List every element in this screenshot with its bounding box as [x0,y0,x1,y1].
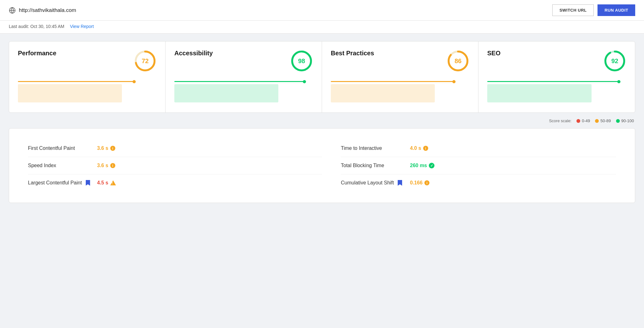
metric-row-tti: Time to Interactive 4.0 s i [341,140,616,157]
scale-range-green: 90-100 [621,118,634,123]
metric-name-tbt: Total Blocking Time [341,163,410,168]
seo-score-circle: 92 [603,50,626,72]
performance-score-circle: 72 [134,50,156,72]
metric-row-cls: Cumulative Layout Shift 0.166 i [341,174,616,191]
run-audit-button[interactable]: RUN AUDIT [598,4,635,16]
score-card-performance: Performance 72 [9,41,166,112]
metric-row-lcp: Largest Contentful Paint 4.5 s [28,174,322,191]
metrics-right-column: Time to Interactive 4.0 s i Total Blocki… [322,140,616,191]
globe-icon [9,7,16,14]
seo-title: SEO [487,50,500,57]
performance-score-value: 72 [142,57,149,65]
score-card-header-bp: Best Practices 86 [331,50,469,72]
scale-item-orange: 50-89 [595,118,611,123]
info-icon-cls[interactable]: i [424,180,429,185]
metric-row-tbt: Total Blocking Time 260 ms ✓ [341,157,616,174]
metrics-panel: First Contentful Paint 3.6 s i Speed Ind… [9,128,635,203]
top-bar: http://sathvikaithala.com SWITCH URL RUN… [0,0,644,21]
seo-chart [487,81,626,106]
metric-row-si: Speed Index 3.6 s i [28,157,322,174]
info-icon-tti[interactable]: i [423,146,428,151]
metric-value-lcp: 4.5 s [97,180,116,186]
warning-icon-lcp [110,180,116,185]
score-card-header-acc: Accessibility 98 [174,50,313,72]
best-practices-score-value: 86 [455,57,461,65]
accessibility-chart [174,81,313,106]
metric-value-cls: 0.166 i [410,180,429,186]
bookmark-icon-lcp [86,180,90,186]
check-icon-tbt: ✓ [429,163,434,168]
score-card-header: Performance 72 [18,50,156,72]
switch-url-button[interactable]: SWITCH URL [552,4,594,16]
score-card-accessibility: Accessibility 98 [166,41,322,112]
seo-score-value: 92 [611,57,618,65]
scale-item-green: 90-100 [616,118,634,123]
performance-title: Performance [18,50,56,57]
best-practices-title: Best Practices [331,50,374,57]
scale-range-orange: 50-89 [600,118,611,123]
last-audit-text: Last audit: Oct 30, 10:45 AM [9,24,64,29]
metric-name-si: Speed Index [28,163,97,168]
subtitle-bar: Last audit: Oct 30, 10:45 AM View Report [0,21,644,34]
metric-name-tti: Time to Interactive [341,145,410,151]
url-display: http://sathvikaithala.com [19,7,76,14]
metric-name-fcp: First Contentful Paint [28,145,97,151]
score-cards: Performance 72 [9,41,635,113]
bookmark-icon-cls [398,180,402,186]
score-card-header-seo: SEO 92 [487,50,626,72]
scale-item-red: 0-49 [576,118,590,123]
scale-dot-green [616,119,620,123]
metric-value-si: 3.6 s i [97,163,115,168]
metrics-grid: First Contentful Paint 3.6 s i Speed Ind… [28,140,616,191]
top-buttons: SWITCH URL RUN AUDIT [552,4,635,16]
info-icon-fcp[interactable]: i [110,146,115,151]
main-content: Performance 72 [0,34,644,210]
metric-value-fcp: 3.6 s i [97,145,115,151]
metric-row-fcp: First Contentful Paint 3.6 s i [28,140,322,157]
metric-name-lcp: Largest Contentful Paint [28,180,97,186]
metric-value-tbt: 260 ms ✓ [410,163,434,168]
scale-dot-orange [595,119,599,123]
scale-range-red: 0-49 [582,118,590,123]
performance-chart [18,81,156,106]
accessibility-title: Accessibility [174,50,213,57]
view-report-link[interactable]: View Report [70,24,94,29]
best-practices-chart [331,81,469,106]
metric-value-tti: 4.0 s i [410,145,428,151]
score-card-best-practices: Best Practices 86 [322,41,478,112]
info-icon-si[interactable]: i [110,163,115,168]
accessibility-score-value: 98 [298,57,305,65]
score-card-seo: SEO 92 [478,41,635,112]
score-scale: Score scale: 0-49 50-89 90-100 [9,118,635,123]
best-practices-score-circle: 86 [447,50,469,72]
accessibility-score-circle: 98 [290,50,313,72]
url-section: http://sathvikaithala.com [9,7,76,14]
metrics-left-column: First Contentful Paint 3.6 s i Speed Ind… [28,140,322,191]
metric-name-cls: Cumulative Layout Shift [341,180,410,186]
scale-dot-red [576,119,580,123]
score-scale-label: Score scale: [549,118,572,123]
